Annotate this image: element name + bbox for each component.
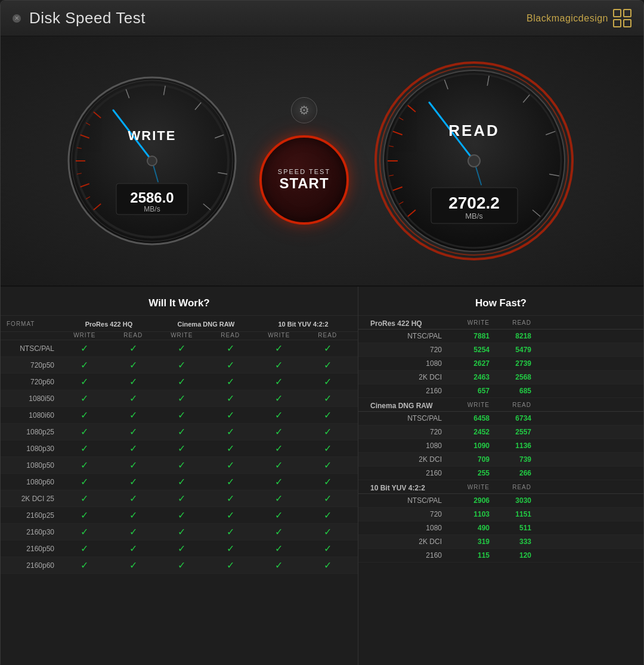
sub-read-2: READ bbox=[206, 332, 255, 338]
svg-text:MB/s: MB/s bbox=[144, 205, 160, 213]
right-table-row: 2160 115 120 bbox=[358, 549, 643, 563]
group-header-1: Cinema DNG RAW WRITE READ bbox=[358, 398, 643, 412]
group-write-label: WRITE bbox=[448, 402, 490, 410]
right-val-write: 115 bbox=[448, 551, 490, 560]
start-text: START bbox=[279, 175, 329, 192]
table-row: 2160p30✓✓✓✓✓✓ bbox=[1, 524, 358, 540]
check-6-4: ✓ bbox=[255, 443, 304, 454]
right-val-write: 1090 bbox=[448, 442, 490, 450]
check-13-4: ✓ bbox=[255, 560, 304, 571]
right-row-label: 720 bbox=[370, 428, 448, 436]
check-13-2: ✓ bbox=[157, 560, 206, 571]
check-11-2: ✓ bbox=[157, 526, 206, 537]
right-table-row: 720 5254 5479 bbox=[358, 343, 643, 357]
right-val-read: 120 bbox=[490, 551, 531, 560]
right-table-row: 1080 2627 2739 bbox=[358, 357, 643, 371]
check-5-3: ✓ bbox=[206, 426, 255, 437]
check-3-1: ✓ bbox=[109, 393, 158, 404]
check-11-0: ✓ bbox=[60, 526, 109, 537]
right-val-write: 1103 bbox=[448, 510, 490, 518]
right-val-write: 255 bbox=[448, 469, 490, 477]
close-button[interactable]: ✕ bbox=[13, 14, 21, 23]
col-group-header-3: 10 Bit YUV 4:2:2 bbox=[255, 321, 352, 330]
right-val-read: 8218 bbox=[490, 332, 531, 340]
check-6-3: ✓ bbox=[206, 443, 255, 454]
check-5-2: ✓ bbox=[157, 426, 206, 437]
check-6-5: ✓ bbox=[304, 443, 352, 454]
right-val-read: 3030 bbox=[490, 496, 531, 505]
check-12-2: ✓ bbox=[157, 543, 206, 554]
right-table-row: NTSC/PAL 7881 8218 bbox=[358, 330, 643, 343]
table-row: 720p50✓✓✓✓✓✓ bbox=[1, 357, 358, 374]
check-2-3: ✓ bbox=[206, 376, 255, 387]
check-0-4: ✓ bbox=[255, 343, 304, 354]
table-row: 2160p25✓✓✓✓✓✓ bbox=[1, 507, 358, 524]
row-format: NTSC/PAL bbox=[7, 344, 60, 353]
row-format: 2160p25 bbox=[7, 511, 60, 520]
check-4-0: ✓ bbox=[60, 409, 109, 421]
group-read-label: READ bbox=[490, 319, 531, 328]
right-row-label: 2160 bbox=[370, 551, 448, 560]
row-format: 720p50 bbox=[7, 361, 60, 369]
check-0-3: ✓ bbox=[206, 343, 255, 354]
svg-text:2702.2: 2702.2 bbox=[448, 194, 500, 212]
group-header-0: ProRes 422 HQ WRITE READ bbox=[358, 316, 643, 330]
check-2-4: ✓ bbox=[255, 376, 304, 387]
check-1-1: ✓ bbox=[109, 359, 158, 371]
right-section-header: How Fast? bbox=[358, 287, 643, 316]
title-bar: ✕ Disk Speed Test Blackmagicdesign bbox=[1, 1, 643, 36]
check-8-0: ✓ bbox=[60, 476, 109, 487]
check-5-5: ✓ bbox=[304, 426, 352, 437]
right-row-label: 720 bbox=[370, 510, 448, 518]
right-row-label: 720 bbox=[370, 346, 448, 354]
check-6-2: ✓ bbox=[157, 443, 206, 454]
brand-area: Blackmagicdesign bbox=[527, 9, 631, 27]
check-7-5: ✓ bbox=[304, 459, 352, 471]
row-format: 2160p30 bbox=[7, 528, 60, 536]
sub-write-3: WRITE bbox=[255, 332, 304, 338]
check-12-3: ✓ bbox=[206, 543, 255, 554]
right-val-write: 709 bbox=[448, 455, 490, 464]
right-val-write: 490 bbox=[448, 524, 490, 532]
check-10-2: ✓ bbox=[157, 509, 206, 521]
app-window: ✕ Disk Speed Test Blackmagicdesign bbox=[0, 0, 644, 665]
right-val-write: 2463 bbox=[448, 373, 490, 381]
check-12-1: ✓ bbox=[109, 543, 158, 554]
check-3-2: ✓ bbox=[157, 393, 206, 404]
logo-box-4 bbox=[623, 19, 631, 27]
left-sub-headers: WRITE READ WRITE READ WRITE READ bbox=[1, 332, 358, 340]
group-read-label: READ bbox=[490, 484, 531, 492]
check-11-1: ✓ bbox=[109, 526, 158, 537]
right-val-write: 2906 bbox=[448, 496, 490, 505]
right-table-row: NTSC/PAL 2906 3030 bbox=[358, 494, 643, 508]
right-row-label: 2160 bbox=[370, 387, 448, 395]
right-table-row: 2K DCI 2463 2568 bbox=[358, 371, 643, 384]
right-val-write: 6458 bbox=[448, 414, 490, 422]
svg-text:WRITE: WRITE bbox=[128, 128, 177, 143]
right-row-label: NTSC/PAL bbox=[370, 414, 448, 422]
settings-button[interactable]: ⚙ bbox=[291, 97, 317, 123]
check-0-1: ✓ bbox=[109, 343, 158, 354]
left-table-rows: NTSC/PAL✓✓✓✓✓✓720p50✓✓✓✓✓✓720p60✓✓✓✓✓✓10… bbox=[1, 340, 358, 574]
right-row-label: 1080 bbox=[370, 524, 448, 532]
start-button[interactable]: SPEED TEST START bbox=[259, 135, 349, 225]
row-format: 1080p30 bbox=[7, 445, 60, 453]
check-10-4: ✓ bbox=[255, 509, 304, 521]
right-val-read: 6734 bbox=[490, 414, 531, 422]
right-val-write: 2452 bbox=[448, 428, 490, 436]
row-format: 1080p25 bbox=[7, 428, 60, 436]
right-table-row: NTSC/PAL 6458 6734 bbox=[358, 412, 643, 425]
check-10-5: ✓ bbox=[304, 509, 352, 521]
col-group-header-2: Cinema DNG RAW bbox=[157, 321, 255, 330]
right-row-label: NTSC/PAL bbox=[370, 496, 448, 505]
right-table-row: 2K DCI 709 739 bbox=[358, 453, 643, 467]
table-row: 1080i50✓✓✓✓✓✓ bbox=[1, 390, 358, 407]
check-1-5: ✓ bbox=[304, 359, 352, 371]
check-12-0: ✓ bbox=[60, 543, 109, 554]
check-11-3: ✓ bbox=[206, 526, 255, 537]
left-section-header: Will It Work? bbox=[1, 287, 358, 316]
check-12-5: ✓ bbox=[304, 543, 352, 554]
check-2-2: ✓ bbox=[157, 376, 206, 387]
right-val-write: 5254 bbox=[448, 346, 490, 354]
check-5-4: ✓ bbox=[255, 426, 304, 437]
